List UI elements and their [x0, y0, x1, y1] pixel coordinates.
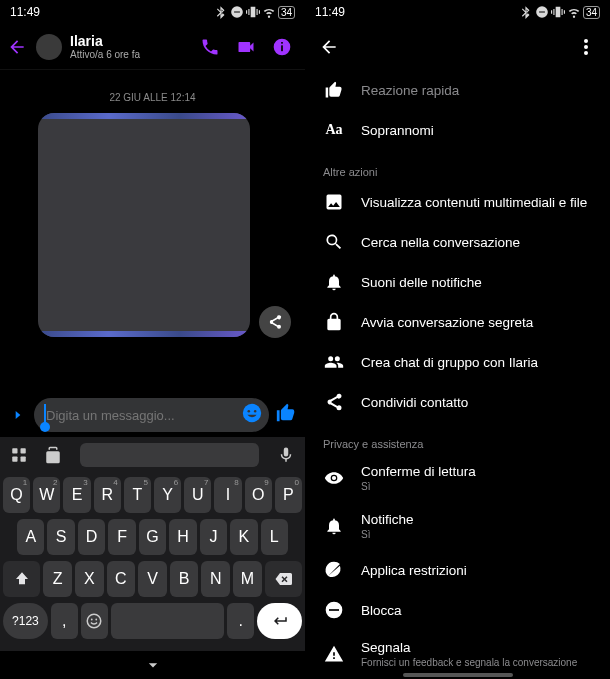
key-s[interactable]: S	[47, 519, 74, 555]
suggestion-strip[interactable]	[80, 443, 259, 467]
video-button[interactable]	[229, 37, 263, 57]
key-y[interactable]: 6Y	[154, 477, 181, 513]
key-h[interactable]: H	[169, 519, 196, 555]
key-q[interactable]: 1Q	[3, 477, 30, 513]
key-enter[interactable]	[257, 603, 302, 639]
key-period[interactable]: .	[227, 603, 254, 639]
key-l[interactable]: L	[261, 519, 288, 555]
battery-icon: 34	[278, 6, 295, 19]
call-button[interactable]	[193, 37, 227, 57]
key-row-1: 1Q2W3E4R5T6Y7U8I9O0P	[3, 477, 302, 513]
restrict-icon	[323, 560, 345, 580]
item-label: Notifiche	[361, 512, 414, 527]
svg-point-15	[96, 619, 98, 621]
secret-conversation-item[interactable]: Avvia conversazione segreta	[305, 302, 610, 342]
key-symbols[interactable]: ?123	[3, 603, 48, 639]
keyboard-toolbar	[0, 437, 305, 473]
read-receipts-item[interactable]: Conferme di lettura Sì	[305, 454, 610, 502]
like-button[interactable]	[275, 402, 297, 428]
chat-body[interactable]: 22 GIU ALLE 12:14 Incolla Frasi frequent…	[0, 70, 305, 393]
key-c[interactable]: C	[107, 561, 136, 597]
key-backspace[interactable]	[265, 561, 302, 597]
keyboard: 1Q2W3E4R5T6Y7U8I9O0P ASDFGHJKL ZXCVBNM ?…	[0, 473, 305, 651]
emoji-button[interactable]	[241, 402, 263, 428]
key-x[interactable]: X	[75, 561, 104, 597]
message-input-wrap[interactable]	[34, 398, 269, 432]
item-sublabel: Sì	[361, 529, 414, 540]
settings-list[interactable]: Reazione rapida Aa Soprannomi Altre azio…	[305, 70, 610, 669]
key-d[interactable]: D	[78, 519, 105, 555]
mic-button[interactable]	[273, 442, 299, 468]
collapse-keyboard-button[interactable]	[0, 651, 305, 679]
key-r[interactable]: 4R	[94, 477, 121, 513]
report-item[interactable]: Segnala Fornisci un feedback e segnala l…	[305, 630, 610, 669]
key-z[interactable]: Z	[43, 561, 72, 597]
status-time: 11:49	[315, 5, 345, 19]
wifi-icon	[262, 5, 276, 19]
key-u[interactable]: 7U	[184, 477, 211, 513]
bluetooth-icon	[214, 5, 228, 19]
key-comma[interactable]: ,	[51, 603, 78, 639]
key-j[interactable]: J	[200, 519, 227, 555]
section-other-actions: Altre azioni	[305, 150, 610, 182]
key-space[interactable]	[111, 603, 225, 639]
item-sublabel: Sì	[361, 481, 476, 492]
phone-settings-screen: 11:49 34 Reazione rapida Aa Soprannomi A…	[305, 0, 610, 679]
key-v[interactable]: V	[138, 561, 167, 597]
expand-composer-button[interactable]	[8, 408, 28, 422]
search-conversation-item[interactable]: Cerca nella conversazione	[305, 222, 610, 262]
svg-point-13	[87, 614, 101, 628]
key-o[interactable]: 9O	[245, 477, 272, 513]
svg-point-14	[91, 619, 93, 621]
key-g[interactable]: G	[139, 519, 166, 555]
nicknames-item[interactable]: Aa Soprannomi	[305, 110, 610, 150]
svg-rect-1	[281, 45, 283, 51]
more-button[interactable]	[568, 39, 604, 55]
key-b[interactable]: B	[170, 561, 199, 597]
message-input[interactable]	[46, 408, 241, 423]
svg-rect-10	[21, 448, 26, 453]
notification-sounds-item[interactable]: Suoni delle notifiche	[305, 262, 610, 302]
key-n[interactable]: N	[201, 561, 230, 597]
media-files-item[interactable]: Visualizza contenuti multimediali e file	[305, 182, 610, 222]
lock-icon	[323, 312, 345, 332]
quick-reaction-item[interactable]: Reazione rapida	[305, 70, 610, 110]
restrict-item[interactable]: Applica restrizioni	[305, 550, 610, 590]
image-message[interactable]	[38, 113, 250, 337]
key-a[interactable]: A	[17, 519, 44, 555]
bluetooth-icon	[519, 5, 533, 19]
key-k[interactable]: K	[230, 519, 257, 555]
warning-icon	[323, 644, 345, 664]
key-emoji[interactable]	[81, 603, 108, 639]
key-m[interactable]: M	[233, 561, 262, 597]
item-label: Segnala	[361, 640, 577, 655]
image-icon	[323, 192, 345, 212]
key-shift[interactable]	[3, 561, 40, 597]
item-label: Reazione rapida	[361, 83, 459, 98]
info-button[interactable]	[265, 37, 299, 57]
back-button[interactable]	[311, 37, 347, 57]
avatar[interactable]	[36, 34, 62, 60]
key-t[interactable]: 5T	[124, 477, 151, 513]
key-p[interactable]: 0P	[275, 477, 302, 513]
block-item[interactable]: Blocca	[305, 590, 610, 630]
search-icon	[323, 232, 345, 252]
item-label: Avvia conversazione segreta	[361, 315, 533, 330]
key-f[interactable]: F	[108, 519, 135, 555]
header-title-wrap[interactable]: Ilaria Attivo/a 6 ore fa	[70, 33, 191, 60]
back-button[interactable]	[0, 37, 34, 57]
group-chat-item[interactable]: Crea chat di gruppo con Ilaria	[305, 342, 610, 382]
key-row-4: ?123 , .	[3, 603, 302, 639]
apps-button[interactable]	[6, 442, 32, 468]
svg-rect-20	[329, 609, 339, 611]
share-icon	[323, 392, 345, 412]
key-w[interactable]: 2W	[33, 477, 60, 513]
key-e[interactable]: 3E	[63, 477, 90, 513]
key-i[interactable]: 8I	[214, 477, 241, 513]
notifications-item[interactable]: Notifiche Sì	[305, 502, 610, 550]
svg-rect-9	[12, 448, 17, 453]
eye-icon	[323, 468, 345, 488]
share-contact-item[interactable]: Condividi contatto	[305, 382, 610, 422]
clipboard-button[interactable]	[40, 442, 66, 468]
share-button[interactable]	[259, 306, 291, 338]
